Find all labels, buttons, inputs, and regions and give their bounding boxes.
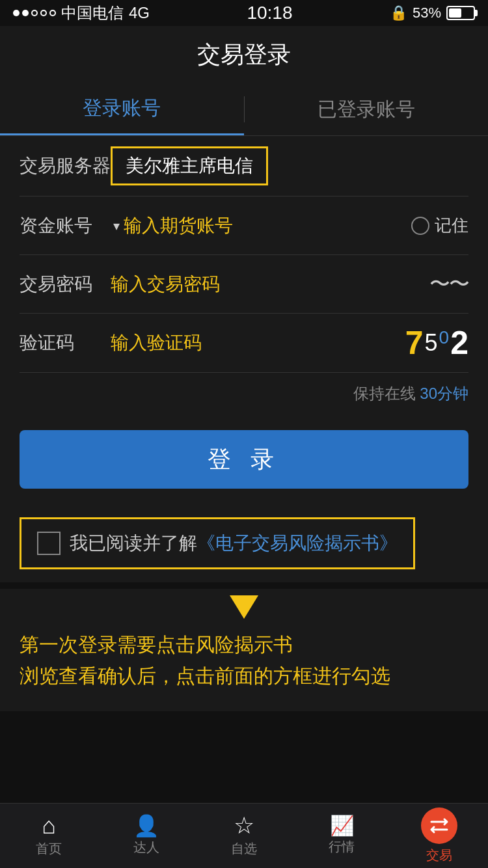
account-input[interactable] [124, 215, 405, 236]
captcha-digit-2: 2 [450, 324, 468, 362]
password-label: 交易密码 [20, 272, 111, 297]
remember-label: 记住 [435, 214, 468, 237]
talent-icon: 👤 [133, 815, 159, 836]
remember-wrap: 记住 [411, 214, 468, 237]
captcha-digit-7: 7 [405, 324, 424, 362]
carrier-label: 中国电信 [61, 3, 124, 23]
login-btn-wrap: 登 录 [0, 414, 488, 504]
nav-home[interactable]: ⌂ 首页 [0, 814, 98, 858]
nav-home-label: 首页 [36, 840, 62, 858]
tab-logged[interactable]: 已登录账号 [245, 83, 489, 135]
battery-percent: 53% [413, 5, 441, 21]
agreement-link[interactable]: 《电子交易风险揭示书》 [197, 533, 398, 553]
agreement-prefix: 我已阅读并了解 [70, 533, 197, 553]
form-area: 交易服务器 美尔雅主席电信 未开通其他席位则选择主席 资金账号 ▾ 记住 交易密… [0, 136, 488, 373]
nav-watchlist[interactable]: ☆ 自选 [195, 814, 293, 858]
agreement-highlight-box: 我已阅读并了解《电子交易风险揭示书》 [20, 517, 415, 569]
nav-talent[interactable]: 👤 达人 [98, 815, 195, 856]
keep-online-text: 保持在线 [353, 385, 416, 402]
nav-trade[interactable]: 交易 [390, 807, 488, 864]
dropdown-arrow-icon[interactable]: ▾ [113, 218, 120, 234]
account-row: 资金账号 ▾ 记住 [20, 197, 468, 255]
captcha-display[interactable]: 7 5 0 2 [405, 324, 468, 362]
instruction-text: 第一次登录需要点击风险揭示书 浏览查看确认后，点击前面的方框进行勾选 [0, 619, 488, 711]
server-input-area: 美尔雅主席电信 [111, 146, 468, 185]
status-right: 🔒 53% [390, 5, 475, 21]
server-selector[interactable]: 美尔雅主席电信 [111, 146, 268, 185]
server-row: 交易服务器 美尔雅主席电信 未开通其他席位则选择主席 [20, 136, 468, 197]
keep-online-row: 保持在线 30分钟 [0, 373, 488, 414]
page-title: 交易登录 [197, 39, 291, 71]
remember-radio[interactable] [411, 217, 429, 235]
server-label: 交易服务器 [20, 154, 111, 178]
captcha-digit-5: 5 [425, 329, 438, 357]
network-label: 4G [129, 4, 150, 22]
password-input[interactable] [111, 274, 423, 295]
instruction-line-1: 第一次登录需要点击风险揭示书 [20, 629, 468, 660]
status-bar: 中国电信 4G 10:18 🔒 53% [0, 0, 488, 26]
status-left: 中国电信 4G [13, 3, 150, 23]
chart-icon: 📈 [330, 816, 354, 835]
tab-login[interactable]: 登录账号 [0, 83, 244, 135]
page-title-bar: 交易登录 [0, 26, 488, 83]
status-time: 10:18 [247, 3, 292, 23]
password-input-area[interactable] [111, 274, 423, 295]
trade-icon [421, 807, 457, 844]
account-label: 资金账号 [20, 213, 111, 238]
captcha-input-area[interactable] [111, 332, 399, 353]
captcha-label: 验证码 [20, 331, 111, 355]
arrow-down-icon [230, 595, 258, 619]
nav-market-label: 行情 [329, 838, 355, 856]
instruction-line-2: 浏览查看确认后，点击前面的方框进行勾选 [20, 660, 468, 692]
nav-market[interactable]: 📈 行情 [293, 816, 390, 856]
battery-icon [446, 6, 475, 20]
agreement-checkbox[interactable] [37, 532, 61, 555]
password-row: 交易密码 〜〜 [20, 255, 468, 314]
captcha-digit-0: 0 [439, 327, 450, 348]
nav-talent-label: 达人 [133, 839, 159, 856]
login-button[interactable]: 登 录 [20, 430, 468, 489]
nav-trade-label: 交易 [426, 847, 452, 864]
signal-dots [13, 10, 56, 16]
password-eye-icon[interactable]: 〜〜 [429, 270, 468, 299]
account-input-area[interactable] [124, 215, 405, 236]
captcha-row: 验证码 7 5 0 2 [20, 314, 468, 373]
home-icon: ⌂ [42, 814, 56, 837]
star-icon: ☆ [234, 814, 254, 837]
bottom-nav: ⌂ 首页 👤 达人 ☆ 自选 📈 行情 交易 [0, 803, 488, 868]
agreement-section: 我已阅读并了解《电子交易风险揭示书》 [0, 504, 488, 582]
account-label-wrap: 资金账号 ▾ [20, 213, 124, 238]
arrow-down-wrap [0, 589, 488, 619]
nav-watchlist-label: 自选 [231, 840, 257, 858]
tab-bar: 登录账号 已登录账号 [0, 83, 488, 136]
captcha-input[interactable] [111, 332, 399, 353]
agreement-text: 我已阅读并了解《电子交易风险揭示书》 [70, 531, 398, 556]
keep-online-link[interactable]: 30分钟 [420, 385, 468, 402]
